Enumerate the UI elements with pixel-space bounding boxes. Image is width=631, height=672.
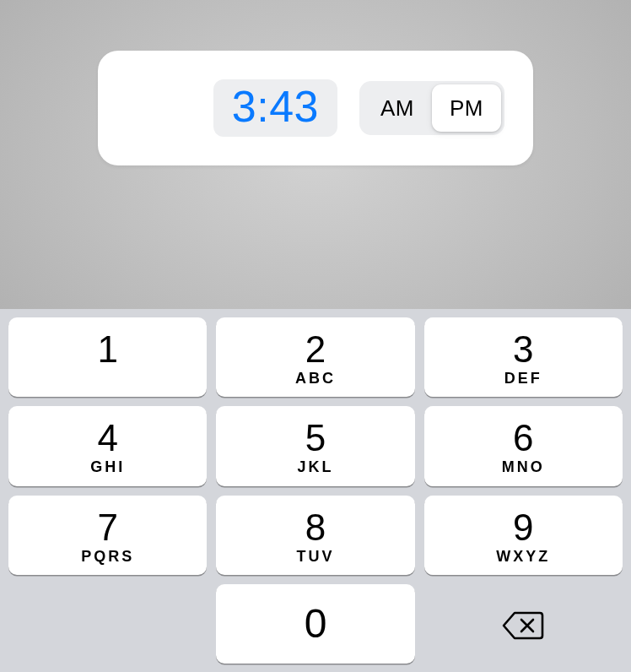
key-letters: ABC bbox=[295, 370, 336, 387]
time-picker-card: 3:43 AM PM bbox=[98, 51, 533, 165]
ampm-toggle[interactable]: AM PM bbox=[359, 81, 504, 135]
key-digit: 2 bbox=[305, 331, 326, 368]
key-4[interactable]: 4 GHI bbox=[8, 406, 207, 485]
key-letters: JKL bbox=[297, 458, 333, 475]
time-input[interactable]: 3:43 bbox=[213, 79, 337, 137]
key-letters: TUV bbox=[296, 548, 334, 565]
key-letters: PQRS bbox=[81, 548, 134, 565]
key-letters: GHI bbox=[90, 458, 125, 475]
key-blank bbox=[8, 584, 207, 664]
key-letters: DEF bbox=[504, 370, 542, 387]
key-digit: 6 bbox=[513, 420, 533, 457]
key-7[interactable]: 7 PQRS bbox=[8, 496, 207, 575]
key-backspace[interactable] bbox=[424, 584, 623, 664]
key-0[interactable]: 0 bbox=[216, 584, 414, 664]
backspace-icon bbox=[502, 610, 544, 641]
am-option[interactable]: AM bbox=[363, 84, 432, 132]
key-letters: MNO bbox=[502, 458, 545, 475]
key-digit: 1 bbox=[97, 331, 117, 368]
key-digit: 4 bbox=[97, 420, 117, 457]
numeric-keypad: 1 2 ABC 3 DEF 4 GHI 5 JKL 6 MNO 7 PQRS 8 bbox=[0, 309, 631, 672]
key-9[interactable]: 9 WXYZ bbox=[424, 496, 623, 575]
key-digit: 7 bbox=[97, 509, 117, 546]
key-digit: 5 bbox=[305, 420, 326, 457]
key-digit: 0 bbox=[305, 604, 327, 644]
key-2[interactable]: 2 ABC bbox=[216, 317, 414, 397]
time-picker-backdrop: 3:43 AM PM bbox=[0, 0, 631, 310]
key-3[interactable]: 3 DEF bbox=[424, 317, 623, 397]
key-6[interactable]: 6 MNO bbox=[424, 406, 623, 485]
key-5[interactable]: 5 JKL bbox=[216, 406, 414, 485]
key-8[interactable]: 8 TUV bbox=[216, 496, 414, 575]
pm-option[interactable]: PM bbox=[432, 84, 501, 132]
key-letters: WXYZ bbox=[496, 548, 550, 565]
key-digit: 8 bbox=[305, 509, 326, 546]
key-digit: 9 bbox=[513, 509, 533, 546]
key-digit: 3 bbox=[513, 331, 533, 368]
key-1[interactable]: 1 bbox=[8, 317, 207, 397]
